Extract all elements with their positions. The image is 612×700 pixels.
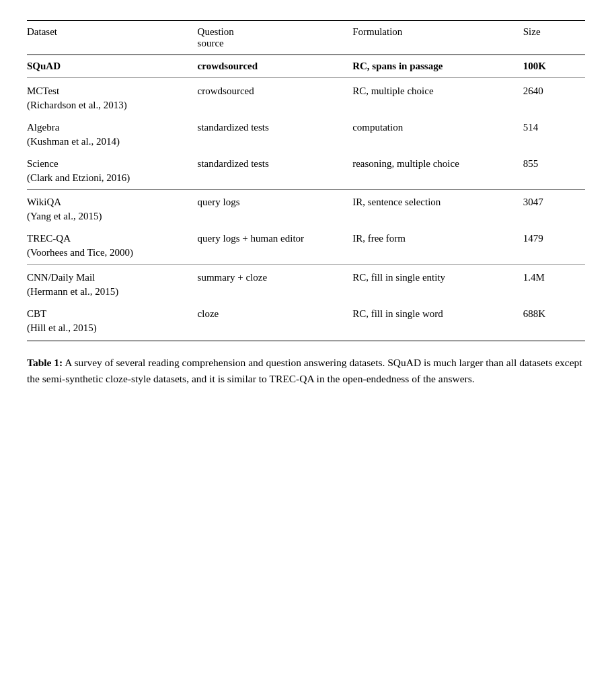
cell-size: 100K: [523, 55, 585, 78]
cell-size: 1.4M: [523, 265, 585, 303]
table-row: CBT(Hill et al., 2015) cloze RC, fill in…: [27, 303, 585, 341]
cell-dataset: Algebra(Kushman et al., 2014): [27, 116, 198, 153]
cell-dataset: TREC-QA(Voorhees and Tice, 2000): [27, 228, 198, 265]
cell-formulation: IR, free form: [352, 228, 523, 265]
table-row: SQuAD crowdsourced RC, spans in passage …: [27, 55, 585, 78]
header-dataset: Dataset: [27, 21, 198, 55]
table-row: CNN/Daily Mail(Hermann et al., 2015) sum…: [27, 265, 585, 303]
table-row: MCTest(Richardson et al., 2013) crowdsou…: [27, 79, 585, 116]
caption-label: Table 1:: [27, 357, 63, 368]
table-row: TREC-QA(Voorhees and Tice, 2000) query l…: [27, 228, 585, 265]
cell-size: 514: [523, 116, 585, 153]
cell-formulation: reasoning, multiple choice: [352, 153, 523, 190]
cell-source: standardized tests: [198, 116, 353, 153]
cell-source: query logs + human editor: [198, 228, 353, 265]
table-row: WikiQA(Yang et al., 2015) query logs IR,…: [27, 190, 585, 228]
cell-source: crowdsourced: [198, 79, 353, 116]
cell-formulation: IR, sentence selection: [352, 190, 523, 228]
main-table: Dataset Question source Formulation Size…: [27, 20, 585, 341]
cell-formulation: RC, fill in single entity: [352, 265, 523, 303]
cell-dataset: WikiQA(Yang et al., 2015): [27, 190, 198, 228]
cell-dataset: Science(Clark and Etzioni, 2016): [27, 153, 198, 190]
table-caption: Table 1: A survey of several reading com…: [27, 355, 585, 387]
cell-formulation: RC, spans in passage: [352, 55, 523, 78]
cell-dataset: CNN/Daily Mail(Hermann et al., 2015): [27, 265, 198, 303]
cell-size: 1479: [523, 228, 585, 265]
cell-size: 2640: [523, 79, 585, 116]
cell-size: 3047: [523, 190, 585, 228]
cell-dataset: SQuAD: [27, 55, 198, 78]
cell-dataset: MCTest(Richardson et al., 2013): [27, 79, 198, 116]
cell-size: 855: [523, 153, 585, 190]
table-row: Science(Clark and Etzioni, 2016) standar…: [27, 153, 585, 190]
cell-formulation: computation: [352, 116, 523, 153]
header-row: Dataset Question source Formulation Size: [27, 21, 585, 55]
cell-source: cloze: [198, 303, 353, 341]
table-row: Algebra(Kushman et al., 2014) standardiz…: [27, 116, 585, 153]
cell-size: 688K: [523, 303, 585, 341]
cell-dataset: CBT(Hill et al., 2015): [27, 303, 198, 341]
header-formulation: Formulation: [352, 21, 523, 55]
header-source: Question source: [198, 21, 353, 55]
cell-source: standardized tests: [198, 153, 353, 190]
cell-formulation: RC, fill in single word: [352, 303, 523, 341]
header-size: Size: [523, 21, 585, 55]
caption-text: A survey of several reading comprehensio…: [27, 357, 582, 384]
cell-source: summary + cloze: [198, 265, 353, 303]
cell-formulation: RC, multiple choice: [352, 79, 523, 116]
cell-source: query logs: [198, 190, 353, 228]
cell-source: crowdsourced: [198, 55, 353, 78]
